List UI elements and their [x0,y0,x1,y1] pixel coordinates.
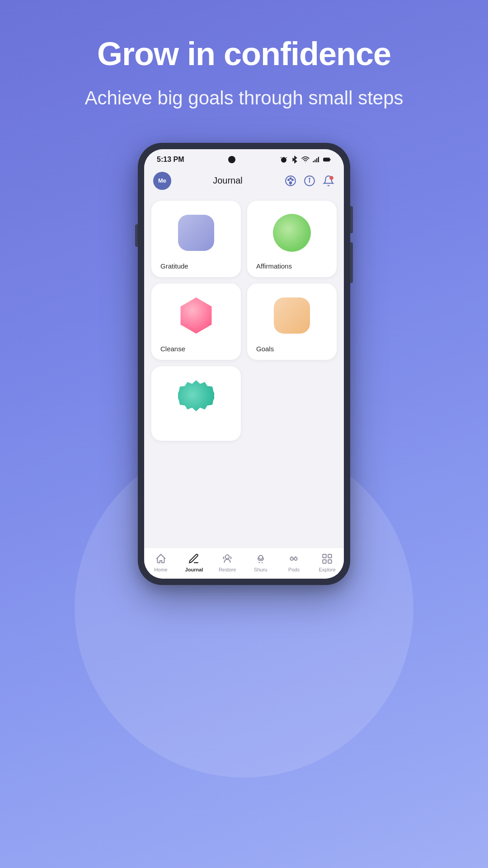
explore-nav-label: Explore [319,567,335,572]
hero-title: Grow in confidence [84,36,403,72]
goals-icon-area [254,291,329,340]
palette-icon[interactable] [284,175,297,187]
shuru-nav-label: Shuru [254,567,267,572]
battery-icon [323,156,331,164]
restore-nav-icon [221,552,234,565]
header-title: Journal [213,175,243,186]
cleanse-label: Cleanse [159,345,234,353]
svg-point-18 [295,557,298,561]
svg-point-8 [288,179,289,180]
svg-rect-4 [318,157,319,162]
wifi-icon [301,156,310,164]
svg-point-16 [258,555,263,559]
affirmations-icon-area [254,208,329,258]
nav-item-pods[interactable]: Pods [278,552,310,572]
phone-outer: 5:13 PM [138,143,350,585]
notification-bell-icon[interactable] [322,175,335,187]
phone-mockup: 5:13 PM [138,143,350,585]
svg-point-15 [225,555,230,559]
bluetooth-icon [291,156,299,164]
nav-item-restore[interactable]: Restore [211,552,243,572]
app-header: Me Journal [144,167,344,196]
pods-nav-icon [287,552,300,565]
goals-label: Goals [254,345,329,353]
gratitude-icon-area [159,208,234,258]
journal-nav-icon [188,552,200,565]
svg-rect-19 [323,554,326,558]
journal-nav-label: Journal [185,567,203,572]
home-nav-label: Home [154,567,167,572]
bottom-nav: Home Journal [144,547,344,579]
avatar[interactable]: Me [153,172,171,190]
fifth-icon-area [159,373,234,423]
home-nav-icon [155,552,167,565]
signal-icon [312,156,320,164]
svg-point-14 [329,176,333,180]
svg-rect-20 [328,554,332,558]
cleanse-icon-area [159,291,234,340]
alarm-icon [280,156,288,164]
restore-nav-label: Restore [219,567,236,572]
fifth-card[interactable] [151,366,241,441]
pods-nav-label: Pods [288,567,300,572]
nav-item-home[interactable]: Home [145,552,177,572]
status-bar: 5:13 PM [144,149,344,167]
app-content: Gratitude Affirmations Cle [144,196,344,547]
svg-rect-21 [323,560,326,563]
svg-point-9 [290,178,291,179]
phone-screen: 5:13 PM [144,149,344,579]
header-icons [284,175,335,187]
status-icons [280,156,331,164]
explore-nav-icon [321,552,333,565]
nav-item-shuru[interactable]: Shuru [245,552,277,572]
gratitude-icon [178,215,214,251]
nav-item-explore[interactable]: Explore [311,552,343,572]
svg-point-10 [292,179,293,180]
phone-volume-button [135,224,138,247]
hero-subtitle: Achieve big goals through small steps [84,85,403,111]
svg-point-13 [309,178,310,179]
svg-rect-2 [314,160,315,162]
goals-icon [274,297,310,334]
gratitude-card[interactable]: Gratitude [151,201,241,277]
affirmations-label: Affirmations [254,262,329,270]
svg-rect-1 [313,161,314,162]
fifth-icon [178,380,214,416]
front-camera [228,156,235,163]
svg-point-17 [291,557,294,561]
svg-rect-6 [324,158,328,161]
shuru-nav-icon [254,552,267,565]
affirmations-card[interactable]: Affirmations [247,201,337,277]
gratitude-label: Gratitude [159,262,234,270]
affirmations-icon [273,214,311,252]
svg-rect-22 [328,560,332,563]
cleanse-icon [178,297,214,334]
hero-section: Grow in confidence Achieve big goals thr… [57,0,430,134]
cleanse-card[interactable]: Cleanse [151,283,241,360]
goals-card[interactable]: Goals [247,283,337,360]
info-icon[interactable] [303,175,316,187]
nav-item-journal[interactable]: Journal [178,552,210,572]
journal-grid: Gratitude Affirmations Cle [151,201,337,441]
status-time: 5:13 PM [157,156,184,164]
svg-rect-3 [316,158,317,162]
